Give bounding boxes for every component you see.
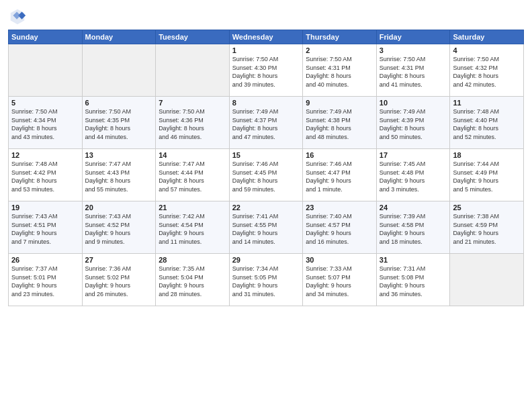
- day-number: 17: [380, 151, 447, 159]
- day-number: 14: [159, 151, 226, 159]
- day-number: 26: [11, 256, 79, 264]
- calendar-day-cell: 12Sunrise: 7:48 AM Sunset: 4:42 PM Dayli…: [9, 149, 83, 201]
- day-info: Sunrise: 7:42 AM Sunset: 4:54 PM Dayligh…: [159, 213, 205, 245]
- day-info: Sunrise: 7:43 AM Sunset: 4:51 PM Dayligh…: [11, 213, 58, 245]
- page-container: SundayMondayTuesdayWednesdayThursdayFrid…: [0, 0, 532, 411]
- day-number: 23: [306, 203, 373, 212]
- calendar-day-cell: [450, 254, 524, 306]
- day-number: 6: [85, 99, 153, 107]
- logo: [8, 7, 30, 26]
- calendar-body: 1Sunrise: 7:50 AM Sunset: 4:30 PM Daylig…: [9, 44, 524, 306]
- calendar-day-cell: 30Sunrise: 7:33 AM Sunset: 5:07 PM Dayli…: [303, 254, 377, 306]
- day-number: 29: [232, 256, 300, 264]
- calendar-day-cell: 22Sunrise: 7:41 AM Sunset: 4:55 PM Dayli…: [229, 201, 303, 254]
- calendar-day-cell: 9Sunrise: 7:49 AM Sunset: 4:38 PM Daylig…: [303, 97, 377, 149]
- day-info: Sunrise: 7:50 AM Sunset: 4:31 PM Dayligh…: [306, 56, 352, 88]
- day-info: Sunrise: 7:34 AM Sunset: 5:05 PM Dayligh…: [232, 265, 279, 298]
- day-info: Sunrise: 7:50 AM Sunset: 4:36 PM Dayligh…: [159, 108, 205, 140]
- day-info: Sunrise: 7:50 AM Sunset: 4:35 PM Dayligh…: [85, 108, 132, 140]
- day-info: Sunrise: 7:41 AM Sunset: 4:55 PM Dayligh…: [232, 213, 279, 245]
- day-info: Sunrise: 7:48 AM Sunset: 4:40 PM Dayligh…: [453, 108, 499, 140]
- day-number: 27: [85, 256, 153, 264]
- calendar-day-cell: 13Sunrise: 7:47 AM Sunset: 4:43 PM Dayli…: [82, 149, 156, 201]
- day-info: Sunrise: 7:43 AM Sunset: 4:52 PM Dayligh…: [85, 213, 132, 245]
- calendar-day-cell: 23Sunrise: 7:40 AM Sunset: 4:57 PM Dayli…: [303, 201, 377, 254]
- calendar-day-cell: 4Sunrise: 7:50 AM Sunset: 4:32 PM Daylig…: [450, 44, 524, 97]
- day-number: 21: [159, 203, 226, 212]
- calendar-day-cell: 8Sunrise: 7:49 AM Sunset: 4:37 PM Daylig…: [229, 97, 303, 149]
- day-info: Sunrise: 7:50 AM Sunset: 4:32 PM Dayligh…: [453, 56, 499, 88]
- calendar-week-row: 12Sunrise: 7:48 AM Sunset: 4:42 PM Dayli…: [9, 149, 524, 201]
- day-number: 16: [306, 151, 373, 159]
- calendar-day-cell: 20Sunrise: 7:43 AM Sunset: 4:52 PM Dayli…: [82, 201, 156, 254]
- calendar-day-cell: 29Sunrise: 7:34 AM Sunset: 5:05 PM Dayli…: [229, 254, 303, 306]
- day-number: 5: [11, 99, 79, 107]
- day-number: 4: [453, 46, 521, 54]
- day-number: 2: [306, 46, 373, 54]
- calendar-day-cell: 21Sunrise: 7:42 AM Sunset: 4:54 PM Dayli…: [156, 201, 230, 254]
- calendar-day-cell: [9, 44, 83, 97]
- calendar-day-cell: 28Sunrise: 7:35 AM Sunset: 5:04 PM Dayli…: [156, 254, 230, 306]
- day-info: Sunrise: 7:35 AM Sunset: 5:04 PM Dayligh…: [159, 265, 205, 298]
- calendar-day-cell: 11Sunrise: 7:48 AM Sunset: 4:40 PM Dayli…: [450, 97, 524, 149]
- day-number: 7: [159, 99, 226, 107]
- day-info: Sunrise: 7:44 AM Sunset: 4:49 PM Dayligh…: [453, 161, 499, 193]
- day-number: 24: [380, 203, 447, 212]
- day-info: Sunrise: 7:47 AM Sunset: 4:44 PM Dayligh…: [159, 161, 205, 193]
- day-number: 13: [85, 151, 153, 159]
- day-info: Sunrise: 7:49 AM Sunset: 4:37 PM Dayligh…: [232, 108, 279, 140]
- day-info: Sunrise: 7:48 AM Sunset: 4:42 PM Dayligh…: [11, 161, 58, 193]
- calendar-day-cell: 15Sunrise: 7:46 AM Sunset: 4:45 PM Dayli…: [229, 149, 303, 201]
- calendar-day-cell: 16Sunrise: 7:46 AM Sunset: 4:47 PM Dayli…: [303, 149, 377, 201]
- day-number: 12: [11, 151, 79, 159]
- calendar-day-cell: 24Sunrise: 7:39 AM Sunset: 4:58 PM Dayli…: [376, 201, 450, 254]
- day-number: 18: [453, 151, 521, 159]
- day-number: 20: [85, 203, 153, 212]
- calendar-day-cell: [156, 44, 230, 97]
- weekday-header: Monday: [82, 30, 156, 44]
- day-number: 11: [453, 99, 521, 107]
- calendar-day-cell: 7Sunrise: 7:50 AM Sunset: 4:36 PM Daylig…: [156, 97, 230, 149]
- weekday-header: Thursday: [303, 30, 377, 44]
- calendar-day-cell: 18Sunrise: 7:44 AM Sunset: 4:49 PM Dayli…: [450, 149, 524, 201]
- day-info: Sunrise: 7:33 AM Sunset: 5:07 PM Dayligh…: [306, 265, 352, 298]
- calendar-day-cell: [82, 44, 156, 97]
- calendar-day-cell: 2Sunrise: 7:50 AM Sunset: 4:31 PM Daylig…: [303, 44, 377, 97]
- day-info: Sunrise: 7:31 AM Sunset: 5:08 PM Dayligh…: [380, 265, 426, 298]
- calendar-day-cell: 26Sunrise: 7:37 AM Sunset: 5:01 PM Dayli…: [9, 254, 83, 306]
- calendar-day-cell: 31Sunrise: 7:31 AM Sunset: 5:08 PM Dayli…: [376, 254, 450, 306]
- day-number: 30: [306, 256, 373, 264]
- calendar-day-cell: 5Sunrise: 7:50 AM Sunset: 4:34 PM Daylig…: [9, 97, 83, 149]
- day-info: Sunrise: 7:47 AM Sunset: 4:43 PM Dayligh…: [85, 161, 132, 193]
- logo-icon: [8, 7, 27, 26]
- weekday-header-row: SundayMondayTuesdayWednesdayThursdayFrid…: [9, 30, 524, 44]
- calendar-header: SundayMondayTuesdayWednesdayThursdayFrid…: [9, 30, 524, 44]
- day-info: Sunrise: 7:39 AM Sunset: 4:58 PM Dayligh…: [380, 213, 426, 245]
- calendar-day-cell: 25Sunrise: 7:38 AM Sunset: 4:59 PM Dayli…: [450, 201, 524, 254]
- day-info: Sunrise: 7:40 AM Sunset: 4:57 PM Dayligh…: [306, 213, 352, 245]
- day-info: Sunrise: 7:38 AM Sunset: 4:59 PM Dayligh…: [453, 213, 499, 245]
- calendar-week-row: 26Sunrise: 7:37 AM Sunset: 5:01 PM Dayli…: [9, 254, 524, 306]
- day-number: 8: [232, 99, 300, 107]
- calendar-week-row: 1Sunrise: 7:50 AM Sunset: 4:30 PM Daylig…: [9, 44, 524, 97]
- weekday-header: Wednesday: [229, 30, 303, 44]
- calendar-table: SundayMondayTuesdayWednesdayThursdayFrid…: [8, 30, 524, 306]
- day-number: 19: [11, 203, 79, 212]
- page-header: [8, 7, 524, 26]
- day-info: Sunrise: 7:49 AM Sunset: 4:38 PM Dayligh…: [306, 108, 352, 140]
- day-info: Sunrise: 7:45 AM Sunset: 4:48 PM Dayligh…: [380, 161, 426, 193]
- calendar-day-cell: 3Sunrise: 7:50 AM Sunset: 4:31 PM Daylig…: [376, 44, 450, 97]
- day-info: Sunrise: 7:50 AM Sunset: 4:31 PM Dayligh…: [380, 56, 426, 88]
- day-number: 28: [159, 256, 226, 264]
- day-number: 15: [232, 151, 300, 159]
- day-number: 22: [232, 203, 300, 212]
- weekday-header: Sunday: [9, 30, 83, 44]
- day-info: Sunrise: 7:36 AM Sunset: 5:02 PM Dayligh…: [85, 265, 132, 298]
- day-info: Sunrise: 7:37 AM Sunset: 5:01 PM Dayligh…: [11, 265, 58, 298]
- calendar-day-cell: 10Sunrise: 7:49 AM Sunset: 4:39 PM Dayli…: [376, 97, 450, 149]
- day-info: Sunrise: 7:46 AM Sunset: 4:45 PM Dayligh…: [232, 161, 279, 193]
- day-info: Sunrise: 7:50 AM Sunset: 4:30 PM Dayligh…: [232, 56, 279, 88]
- calendar-day-cell: 19Sunrise: 7:43 AM Sunset: 4:51 PM Dayli…: [9, 201, 83, 254]
- calendar-day-cell: 27Sunrise: 7:36 AM Sunset: 5:02 PM Dayli…: [82, 254, 156, 306]
- day-info: Sunrise: 7:49 AM Sunset: 4:39 PM Dayligh…: [380, 108, 426, 140]
